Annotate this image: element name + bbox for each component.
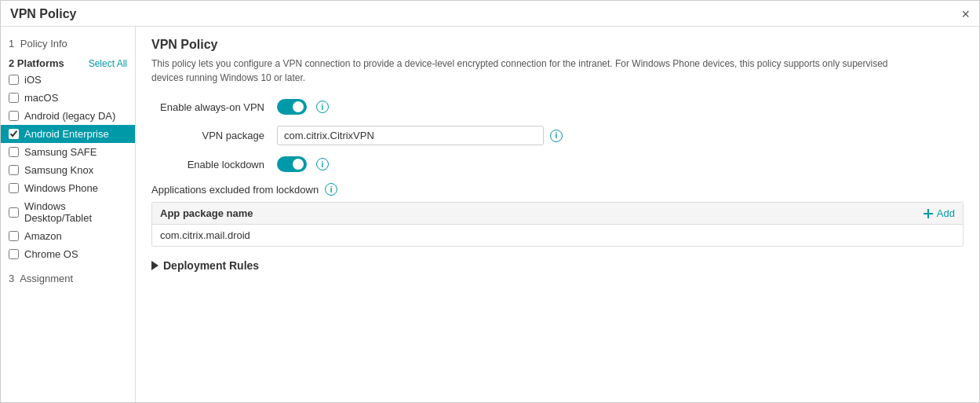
step1-number: 1 [9,38,14,49]
chrome-os-label: Chrome OS [24,248,78,260]
sidebar-step-3: 3 Assignment [1,266,135,288]
app-package-table: App package name Add com.citrix.mail.dro… [151,202,964,247]
macos-checkbox[interactable] [9,93,19,103]
vpn-package-label: VPN package [151,130,277,141]
sidebar-item-android-enterprise[interactable]: Android Enterprise [1,125,135,143]
enable-lockdown-row: Enable lockdown i [151,156,964,172]
android-legacy-label: Android (legacy DA) [24,110,115,122]
lockdown-section-info-icon[interactable]: i [325,183,337,196]
vpn-package-row: VPN package i [151,126,964,145]
windows-desktop-label: Windows Desktop/Tablet [24,200,127,224]
deployment-rules-section[interactable]: Deployment Rules [151,259,964,272]
modal-body: 1 Policy Info 2 Platforms Select All iOS… [1,27,979,402]
macos-label: macOS [24,92,58,104]
modal-container: VPN Policy × 1 Policy Info 2 Platforms S… [0,0,980,403]
modal-title: VPN Policy [10,7,76,21]
sidebar-item-ios[interactable]: iOS [1,71,135,89]
sidebar: 1 Policy Info 2 Platforms Select All iOS… [1,27,136,402]
sidebar-step-2-header: 2 Platforms Select All [1,53,135,71]
sidebar-item-amazon[interactable]: Amazon [1,227,135,245]
amazon-checkbox[interactable] [9,231,19,241]
deployment-rules-label: Deployment Rules [163,259,259,272]
ios-checkbox[interactable] [9,75,19,85]
vpn-package-input[interactable] [277,126,544,145]
sidebar-step-1: 1 Policy Info [1,31,135,53]
add-icon [923,208,934,219]
page-title: VPN Policy [151,38,964,52]
deployment-rules-expand-icon [151,261,158,270]
android-legacy-checkbox[interactable] [9,111,19,121]
enable-lockdown-label: Enable lockdown [151,159,277,170]
enable-always-on-row: Enable always-on VPN i [151,99,964,115]
lockdown-section: Applications excluded from lockdown i Ap… [151,183,964,247]
lockdown-section-text: Applications excluded from lockdown [151,184,319,196]
step3-number: 3 [9,273,14,284]
step3-label: Assignment [20,273,73,284]
android-enterprise-checkbox[interactable] [9,129,19,139]
step2-label: Platforms [17,57,64,69]
add-label: Add [937,207,955,219]
lockdown-section-label: Applications excluded from lockdown i [151,183,964,196]
windows-desktop-checkbox[interactable] [9,207,19,218]
sidebar-item-samsung-safe[interactable]: Samsung SAFE [1,143,135,161]
modal-header: VPN Policy × [1,1,979,27]
step2-number: 2 [9,57,14,69]
table-header: App package name Add [152,203,963,225]
samsung-safe-checkbox[interactable] [9,147,19,157]
add-button[interactable]: Add [923,207,955,219]
app-package-name: com.citrix.mail.droid [160,229,250,241]
close-button[interactable]: × [961,7,970,21]
enable-always-on-toggle[interactable] [277,99,307,115]
enable-lockdown-info-icon[interactable]: i [316,158,329,170]
toggle-slider-lockdown [277,156,307,172]
sidebar-item-chrome-os[interactable]: Chrome OS [1,245,135,263]
samsung-knox-label: Samsung Knox [24,164,93,176]
windows-phone-label: Windows Phone [24,182,98,194]
main-content: VPN Policy This policy lets you configur… [136,27,979,402]
sidebar-item-windows-phone[interactable]: Windows Phone [1,179,135,197]
svg-rect-1 [924,213,933,214]
table-row: com.citrix.mail.droid [152,225,963,246]
step1-label: Policy Info [20,38,67,49]
vpn-package-info-icon[interactable]: i [550,130,563,142]
enable-always-on-label: Enable always-on VPN [151,101,277,113]
samsung-safe-label: Samsung SAFE [24,146,97,158]
select-all-link[interactable]: Select All [89,58,127,69]
sidebar-item-samsung-knox[interactable]: Samsung Knox [1,161,135,179]
amazon-label: Amazon [24,230,62,242]
enable-lockdown-toggle[interactable] [277,156,307,172]
android-enterprise-label: Android Enterprise [24,128,109,140]
windows-phone-checkbox[interactable] [9,183,19,193]
app-package-column-header: App package name [160,207,253,219]
chrome-os-checkbox[interactable] [9,249,19,259]
sidebar-item-windows-desktop[interactable]: Windows Desktop/Tablet [1,197,135,227]
ios-label: iOS [24,74,42,86]
samsung-knox-checkbox[interactable] [9,165,19,175]
enable-always-on-info-icon[interactable]: i [316,101,329,113]
toggle-slider-always-on [277,99,307,115]
sidebar-item-android-legacy[interactable]: Android (legacy DA) [1,107,135,125]
sidebar-item-macos[interactable]: macOS [1,89,135,107]
page-description: This policy lets you configure a VPN con… [151,57,920,85]
